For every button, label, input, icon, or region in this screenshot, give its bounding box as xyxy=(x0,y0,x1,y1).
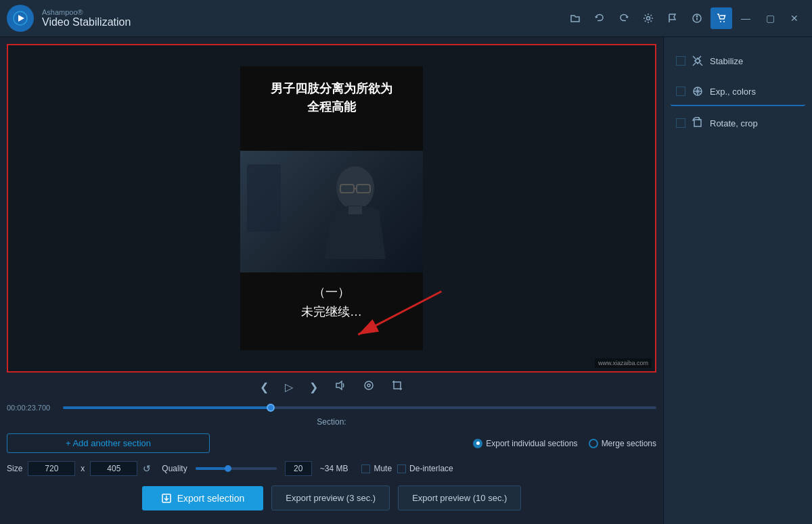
exp-colors-icon xyxy=(691,85,704,98)
height-input[interactable] xyxy=(90,461,137,476)
size-label: Size xyxy=(7,464,22,473)
video-area: 男子四肢分离为所欲为 全程高能 xyxy=(7,44,656,373)
cart-button[interactable] xyxy=(710,7,732,29)
merge-sections-option[interactable]: Merge sections xyxy=(589,439,656,448)
timeline-track[interactable] xyxy=(63,406,656,409)
svg-rect-22 xyxy=(694,120,701,126)
export-icon xyxy=(161,493,172,504)
maximize-button[interactable]: ▢ xyxy=(759,7,781,29)
crop-button[interactable] xyxy=(388,378,406,396)
exp-colors-label: Exp., colors xyxy=(710,87,756,97)
app-title: Ashampoo® Video Stabilization xyxy=(42,8,564,28)
brand-name: Ashampoo® xyxy=(42,8,564,16)
export-preview-3-button[interactable]: Export preview (3 sec.) xyxy=(271,485,390,510)
size-approx: ~34 MB xyxy=(320,464,348,473)
right-sidebar: Stabilize Exp., colors xyxy=(663,37,812,524)
exp-colors-checkbox[interactable] xyxy=(676,87,685,96)
svg-point-7 xyxy=(723,21,725,22)
app-logo xyxy=(7,5,34,32)
svg-point-20 xyxy=(696,59,700,63)
quality-input[interactable] xyxy=(285,461,312,476)
quality-thumb[interactable] xyxy=(225,465,231,472)
redo-button[interactable] xyxy=(613,7,635,29)
video-frame xyxy=(240,151,423,272)
settings-button[interactable] xyxy=(637,7,659,29)
rotate-crop-label: Rotate, crop xyxy=(710,118,758,128)
stabilize-label: Stabilize xyxy=(710,56,743,66)
video-top-text: 男子四肢分离为所欲为 全程高能 xyxy=(240,66,423,151)
rotate-crop-icon xyxy=(691,116,704,130)
time-display: 00:00:23.700 xyxy=(7,404,58,412)
timeline-row: 00:00:23.700 xyxy=(7,401,656,417)
section-label: Section: xyxy=(7,417,656,427)
sidebar-exp-colors[interactable]: Exp., colors xyxy=(671,78,805,106)
svg-rect-12 xyxy=(348,206,362,214)
watermark: www.xiazaiba.com xyxy=(595,358,652,368)
flag-button[interactable] xyxy=(662,7,683,29)
info-button[interactable] xyxy=(686,7,708,29)
svg-point-6 xyxy=(720,21,721,22)
center-panel: 男子四肢分离为所欲为 全程高能 xyxy=(0,37,663,524)
times-symbol: x xyxy=(81,464,85,473)
size-quality-row: Size x ↺ Quality ~34 MB Mute De-interlac… xyxy=(7,458,656,479)
quality-slider[interactable] xyxy=(196,467,277,470)
prev-frame-button[interactable]: ❮ xyxy=(257,379,271,395)
mute-option[interactable]: Mute xyxy=(361,464,392,473)
svg-point-5 xyxy=(696,16,697,16)
deinterlace-checkbox[interactable] xyxy=(397,465,406,473)
timeline-fill xyxy=(63,406,271,409)
svg-marker-15 xyxy=(336,381,342,389)
quality-fill xyxy=(196,467,228,470)
add-section-button[interactable]: + Add another section xyxy=(7,433,210,453)
next-frame-button[interactable]: ❯ xyxy=(307,379,321,395)
minimize-button[interactable]: — xyxy=(735,7,757,29)
export-mode-row: Export individual sections Merge section… xyxy=(473,439,656,448)
close-button[interactable]: ✕ xyxy=(784,7,805,29)
sidebar-rotate-crop[interactable]: Rotate, crop xyxy=(671,110,805,137)
merge-sections-radio[interactable] xyxy=(589,439,598,448)
export-individual-option[interactable]: Export individual sections xyxy=(473,439,577,448)
mute-checkbox[interactable] xyxy=(361,465,370,473)
controls-bar: ❮ ▷ ❯ xyxy=(7,373,656,401)
width-input[interactable] xyxy=(28,461,75,476)
video-content: 男子四肢分离为所欲为 全程高能 xyxy=(240,66,423,350)
section-controls-row: + Add another section Export individual … xyxy=(7,431,656,458)
play-button[interactable]: ▷ xyxy=(282,379,296,395)
volume-button[interactable] xyxy=(332,378,349,396)
rotate-crop-checkbox[interactable] xyxy=(676,118,685,128)
main-layout: 男子四肢分离为所欲为 全程高能 xyxy=(0,37,812,524)
open-button[interactable] xyxy=(564,7,586,29)
stabilize-checkbox[interactable] xyxy=(676,56,685,66)
sidebar-stabilize[interactable]: Stabilize xyxy=(671,47,805,74)
svg-point-2 xyxy=(647,17,650,20)
export-row: Export selection Export preview (3 sec.)… xyxy=(7,479,656,517)
preview-button[interactable] xyxy=(360,378,378,396)
reset-size-button[interactable]: ↺ xyxy=(143,463,151,474)
title-bar: Ashampoo® Video Stabilization xyxy=(0,0,812,37)
stabilize-icon xyxy=(691,54,704,68)
export-preview-10-button[interactable]: Export preview (10 sec.) xyxy=(398,485,521,510)
product-name: Video Stabilization xyxy=(42,16,564,28)
export-individual-radio[interactable] xyxy=(473,439,482,448)
svg-point-17 xyxy=(367,384,370,387)
undo-button[interactable] xyxy=(589,7,610,29)
timeline-thumb[interactable] xyxy=(267,404,275,412)
person-figure xyxy=(308,164,403,272)
title-bar-actions: — ▢ ✕ xyxy=(564,7,805,29)
export-selection-button[interactable]: Export selection xyxy=(142,486,264,510)
video-bottom-text: （一） 未完继续… xyxy=(240,272,423,350)
deinterlace-option[interactable]: De-interlace xyxy=(397,464,453,473)
quality-label: Quality xyxy=(162,464,187,473)
svg-point-16 xyxy=(365,381,373,389)
